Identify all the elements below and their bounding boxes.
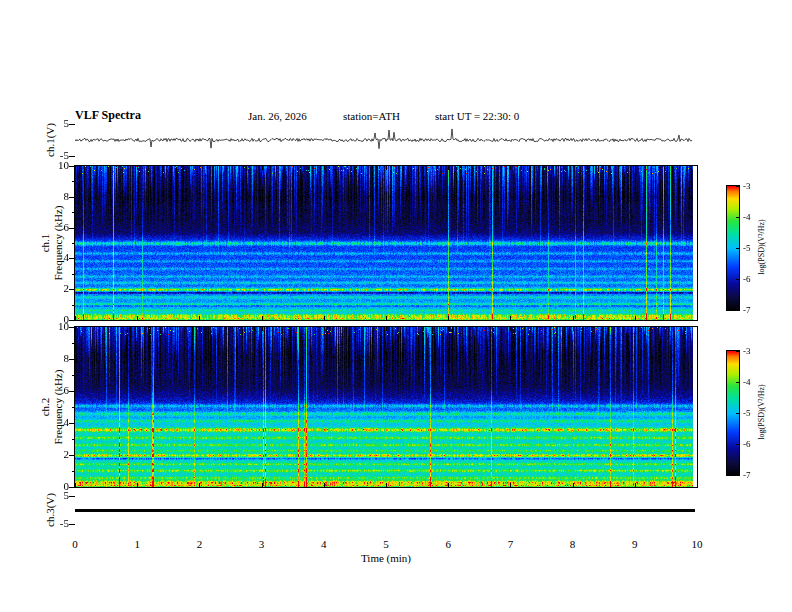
ch1-volts-axis-label: ch.1(V) <box>44 123 56 157</box>
y-tick-label: 4 <box>64 251 70 263</box>
tick-mark <box>324 166 325 170</box>
tick-mark <box>75 316 76 320</box>
tick-mark <box>736 351 739 352</box>
x-tick-label: 10 <box>692 538 703 550</box>
tick-mark <box>69 124 75 125</box>
header-start-ut: start UT = 22:30: 0 <box>435 110 519 122</box>
tick-mark <box>69 455 75 456</box>
header-station: station=ATH <box>343 110 400 122</box>
colorbar-tick-label: -6 <box>743 439 751 449</box>
tick-mark <box>69 423 75 424</box>
tick-mark <box>69 166 75 167</box>
y-tick-label: -5 <box>60 149 69 161</box>
x-tick-label: 7 <box>508 538 514 550</box>
tick-mark <box>448 483 449 487</box>
tick-mark <box>635 327 636 331</box>
tick-mark <box>324 327 325 331</box>
tick-mark <box>510 327 511 331</box>
colorbar1-label: log(PSD)(V²/Hz) <box>757 219 766 274</box>
tick-mark <box>697 316 698 320</box>
ch1-spectrogram-canvas <box>74 165 698 321</box>
tick-mark <box>262 483 263 487</box>
tick-mark <box>69 258 75 259</box>
tick-mark <box>386 316 387 320</box>
tick-mark <box>69 487 75 488</box>
y-tick-label: 2 <box>64 448 70 460</box>
tick-mark <box>736 475 739 476</box>
tick-mark <box>137 327 138 331</box>
y-tick-label: 10 <box>58 320 69 332</box>
tick-mark <box>448 316 449 320</box>
spec1-channel-label: ch.1 <box>39 234 51 253</box>
y-tick-label: 8 <box>64 190 70 202</box>
tick-mark <box>137 316 138 320</box>
tick-mark <box>137 483 138 487</box>
x-tick-label: 8 <box>570 538 576 550</box>
tick-mark <box>697 166 698 170</box>
y-tick-label: 5 <box>64 117 70 129</box>
tick-mark <box>573 483 574 487</box>
tick-mark <box>262 327 263 331</box>
tick-mark <box>635 483 636 487</box>
tick-mark <box>69 320 75 321</box>
time-axis-label: Time (min) <box>361 552 411 564</box>
y-tick-label: 6 <box>64 384 70 396</box>
x-tick-label: 6 <box>445 538 451 550</box>
tick-mark <box>69 391 75 392</box>
tick-mark <box>635 316 636 320</box>
colorbar-tick-label: -3 <box>743 346 751 356</box>
x-tick-label: 4 <box>321 538 327 550</box>
tick-mark <box>69 289 75 290</box>
y-tick-label: 8 <box>64 352 70 364</box>
tick-mark <box>75 327 76 331</box>
tick-mark <box>199 483 200 487</box>
tick-mark <box>72 274 75 275</box>
y-tick-label: 4 <box>64 416 70 428</box>
colorbar-tick-label: -5 <box>743 243 751 253</box>
tick-mark <box>736 217 739 218</box>
ch2-spectrogram-canvas <box>74 326 698 488</box>
y-tick-label: 2 <box>64 282 70 294</box>
y-tick-label: 6 <box>64 221 70 233</box>
tick-mark <box>137 166 138 170</box>
tick-mark <box>72 407 75 408</box>
tick-mark <box>72 439 75 440</box>
tick-mark <box>386 327 387 331</box>
tick-mark <box>448 166 449 170</box>
y-tick-label: 5 <box>64 489 70 501</box>
tick-mark <box>72 305 75 306</box>
header-date: Jan. 26, 2026 <box>248 110 307 122</box>
tick-mark <box>573 327 574 331</box>
tick-mark <box>199 316 200 320</box>
colorbar-tick-label: -7 <box>743 305 751 315</box>
ch3-flat-trace <box>75 509 695 512</box>
tick-mark <box>510 483 511 487</box>
colorbar-tick-label: -6 <box>743 274 751 284</box>
tick-mark <box>75 166 76 170</box>
tick-mark <box>635 166 636 170</box>
colorbar-tick-label: -4 <box>743 377 751 387</box>
tick-mark <box>69 228 75 229</box>
tick-mark <box>69 197 75 198</box>
colorbar-tick-label: -7 <box>743 470 751 480</box>
tick-mark <box>510 166 511 170</box>
tick-mark <box>324 483 325 487</box>
tick-mark <box>386 166 387 170</box>
tick-mark <box>69 156 75 157</box>
tick-mark <box>736 186 739 187</box>
x-tick-label: 2 <box>197 538 203 550</box>
tick-mark <box>736 310 739 311</box>
tick-mark <box>262 166 263 170</box>
tick-mark <box>736 382 739 383</box>
ch3-volts-axis-label: ch.3(V) <box>44 493 56 527</box>
tick-mark <box>324 316 325 320</box>
tick-mark <box>72 343 75 344</box>
tick-mark <box>72 375 75 376</box>
figure-title: VLF Spectra <box>75 108 141 123</box>
tick-mark <box>448 327 449 331</box>
tick-mark <box>199 327 200 331</box>
tick-mark <box>72 471 75 472</box>
tick-mark <box>510 316 511 320</box>
colorbar-tick-label: -5 <box>743 408 751 418</box>
ch1-waveform-canvas <box>75 123 697 157</box>
